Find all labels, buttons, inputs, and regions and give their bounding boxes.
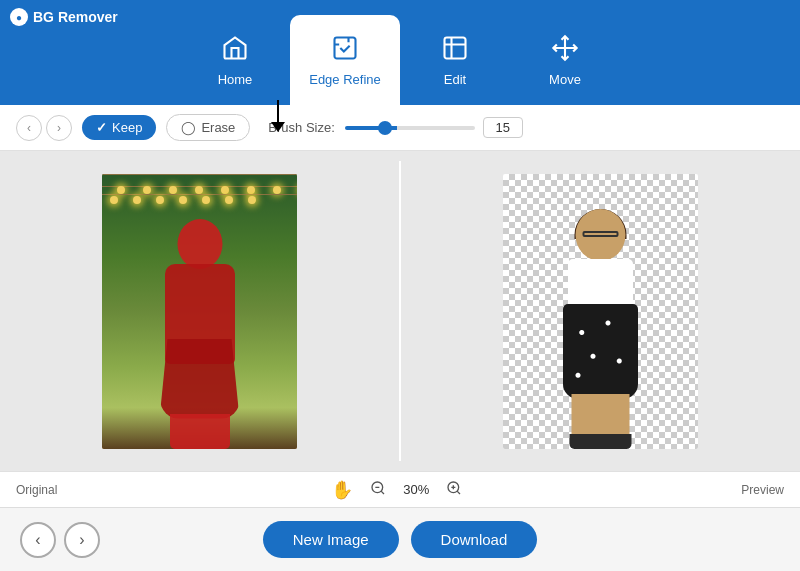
erase-circle-icon: ◯ [181, 120, 196, 135]
brush-size-slider[interactable] [345, 126, 475, 130]
tab-move-label: Move [549, 72, 581, 87]
tab-move[interactable]: Move [510, 15, 620, 105]
preview-shoes [570, 434, 632, 449]
light-bulb [156, 196, 164, 204]
arrow-indicator [271, 100, 285, 132]
light-bulb [225, 196, 233, 204]
light-bulb [133, 196, 141, 204]
light-bulb [248, 196, 256, 204]
app-title: BG Remover [33, 9, 118, 25]
preview-image [503, 174, 698, 449]
erase-button[interactable]: ◯ Erase [166, 114, 250, 141]
new-image-button[interactable]: New Image [263, 521, 399, 558]
redo-button[interactable]: › [46, 115, 72, 141]
main-area [0, 151, 800, 471]
status-center: ✋ 30% [57, 478, 741, 502]
light-bulb [169, 186, 177, 194]
app-logo: ● BG Remover [10, 8, 118, 26]
light-bulb [247, 186, 255, 194]
original-background [102, 174, 297, 449]
tab-edit-label: Edit [444, 72, 466, 87]
zoom-in-button[interactable] [441, 478, 467, 502]
tab-edge-refine-label: Edge Refine [309, 72, 381, 87]
keep-button[interactable]: ✓ Keep [82, 115, 156, 140]
toolbar-nav: ‹ › [16, 115, 72, 141]
undo-button[interactable]: ‹ [16, 115, 42, 141]
original-image [102, 174, 297, 449]
light-bulb [273, 186, 281, 194]
brush-slider-container: 15 [345, 117, 523, 138]
transparent-background [503, 174, 698, 449]
svg-rect-0 [335, 37, 356, 58]
light-bulb [202, 196, 210, 204]
bottom-nav: ‹ › [20, 522, 100, 558]
keep-checkmark-icon: ✓ [96, 120, 107, 135]
nav-tabs: Home Edge Refine Edit [180, 0, 620, 105]
tab-edit[interactable]: Edit [400, 15, 510, 105]
preview-panel [401, 151, 800, 471]
preview-dress-flowers [563, 304, 638, 399]
prev-button[interactable]: ‹ [20, 522, 56, 558]
light-bulb [117, 186, 125, 194]
preview-label: Preview [741, 483, 784, 497]
tab-home-label: Home [218, 72, 253, 87]
lights-row [117, 186, 297, 194]
edge-refine-icon [331, 34, 359, 66]
keep-label: Keep [112, 120, 142, 135]
zoom-out-button[interactable] [365, 478, 391, 502]
light-bulb [221, 186, 229, 194]
bottom-actions: New Image Download [263, 521, 538, 558]
home-icon [221, 34, 249, 66]
preview-dress [563, 304, 638, 399]
preview-person [543, 209, 658, 449]
hand-tool-icon[interactable]: ✋ [331, 479, 353, 501]
silhouette-legs [170, 414, 230, 449]
silhouette-head [177, 219, 222, 269]
silhouette-dress [160, 339, 240, 419]
next-button[interactable]: › [64, 522, 100, 558]
zoom-percent: 30% [403, 482, 429, 497]
light-bulb [195, 186, 203, 194]
tab-edge-refine[interactable]: Edge Refine [290, 15, 400, 105]
person-silhouette-original [140, 219, 260, 449]
arrow-head [271, 122, 285, 132]
erase-label: Erase [201, 120, 235, 135]
preview-glasses [583, 231, 619, 237]
original-label: Original [16, 483, 57, 497]
bottom-bar: ‹ › New Image Download [0, 507, 800, 571]
logo-icon: ● [10, 8, 28, 26]
light-bulb [143, 186, 151, 194]
light-bulb [179, 196, 187, 204]
light-bulb [110, 196, 118, 204]
edit-icon [441, 34, 469, 66]
app-header: ● BG Remover Home Edge Refi [0, 0, 800, 105]
move-icon [551, 34, 579, 66]
toolbar: ‹ › ✓ Keep ◯ Erase Brush Size: 15 [0, 105, 800, 151]
download-button[interactable]: Download [411, 521, 538, 558]
original-panel [0, 151, 399, 471]
brush-size-value: 15 [483, 117, 523, 138]
svg-rect-1 [445, 37, 466, 58]
tab-home[interactable]: Home [180, 15, 290, 105]
status-bar: Original ✋ 30% Preview [0, 471, 800, 507]
arrow-line [277, 100, 279, 122]
